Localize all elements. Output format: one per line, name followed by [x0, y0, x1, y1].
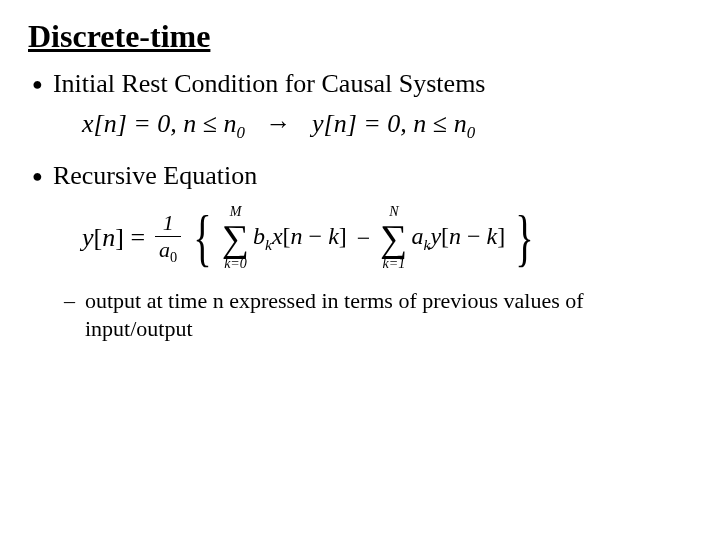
- term-ak-y: aky[n − k]: [411, 223, 505, 254]
- frac-den-0: 0: [170, 249, 177, 265]
- bullet-2-text: Recursive Equation: [53, 161, 257, 191]
- t-bk: k: [265, 236, 272, 253]
- t-n2: n: [449, 223, 461, 249]
- slide: Discrete-time ● Initial Rest Condition f…: [0, 0, 720, 343]
- arrow-icon: →: [266, 109, 292, 138]
- subnote-row: – output at time n expressed in terms of…: [64, 287, 692, 343]
- t-k2: k: [487, 223, 498, 249]
- sigma-icon: ∑: [222, 221, 249, 255]
- t-k1: k: [328, 223, 339, 249]
- t-a: a: [411, 223, 423, 249]
- bullet-icon: ●: [32, 69, 43, 99]
- frac-num: 1: [159, 212, 178, 236]
- bullet-1: ● Initial Rest Condition for Causal Syst…: [28, 69, 692, 99]
- bullet-1-text: Initial Rest Condition for Causal System…: [53, 69, 486, 99]
- left-brace-icon: {: [193, 206, 211, 270]
- term-bk-x: bkx[n − k]: [253, 223, 347, 254]
- sum1-bot: k=0: [224, 257, 247, 271]
- frac-den-a: a: [159, 237, 170, 262]
- eq1-right-text: y[n] = 0, n ≤ n: [312, 109, 467, 138]
- bullet-icon: ●: [32, 161, 43, 191]
- eq1-right: y[n] = 0, n ≤ n0: [312, 109, 475, 138]
- eq1-sub-a: 0: [237, 123, 245, 142]
- eq1-left: x[n] = 0, n ≤ n0: [82, 109, 252, 138]
- bullet-2: ● Recursive Equation: [28, 161, 692, 191]
- eq2-lhs: y[n] =: [82, 223, 145, 253]
- t-b: b: [253, 223, 265, 249]
- equation-initial-rest: x[n] = 0, n ≤ n0 → y[n] = 0, n ≤ n0: [82, 109, 692, 143]
- sum2-bot: k=1: [383, 257, 406, 271]
- sum-1: M ∑ k=0: [222, 205, 249, 271]
- sum-2: N ∑ k=1: [380, 205, 407, 271]
- eq2-eq: =: [130, 223, 145, 252]
- sigma-icon: ∑: [380, 221, 407, 255]
- equation-recursive: y[n] = 1 a0 { M ∑ k=0 bkx[n − k] − N ∑ k…: [82, 205, 692, 271]
- right-brace-icon: }: [515, 206, 533, 270]
- subnote-text: output at time n expressed in terms of p…: [85, 287, 675, 343]
- slide-title: Discrete-time: [28, 18, 692, 55]
- frac-den: a0: [155, 236, 181, 265]
- minus-icon: −: [357, 225, 371, 252]
- eq2-n: n: [102, 223, 115, 252]
- eq2-fraction: 1 a0: [155, 212, 181, 265]
- eq2-y: y: [82, 223, 94, 252]
- t-n1: n: [291, 223, 303, 249]
- eq1-left-text: x[n] = 0, n ≤ n: [82, 109, 237, 138]
- t-y: y: [430, 223, 441, 249]
- t-x: x: [272, 223, 283, 249]
- dash-icon: –: [64, 287, 75, 315]
- eq1-sub-b: 0: [467, 123, 475, 142]
